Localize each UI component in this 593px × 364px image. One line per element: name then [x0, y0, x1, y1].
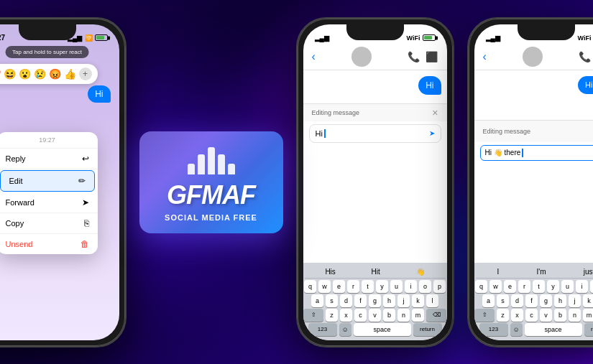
phone-call-icon-2[interactable]: 📞: [408, 51, 420, 62]
copy-label: Copy: [6, 219, 24, 228]
edit-input-2[interactable]: Hi ➤: [309, 124, 441, 143]
key-w[interactable]: w: [318, 280, 331, 293]
key-t-p3[interactable]: t: [533, 280, 545, 293]
key-g[interactable]: g: [369, 294, 381, 307]
emoji-sad[interactable]: 😢: [34, 68, 46, 80]
key-a[interactable]: a: [311, 294, 323, 307]
key-emoji-3[interactable]: ☺: [510, 323, 523, 336]
key-return-2[interactable]: return: [413, 323, 442, 336]
emoji-thumbs-up[interactable]: 👍: [64, 68, 76, 80]
key-space-2[interactable]: space: [354, 323, 411, 336]
key-shift[interactable]: ⇧: [303, 309, 323, 322]
key-j[interactable]: j: [397, 294, 410, 307]
key-b-p3[interactable]: b: [554, 309, 566, 322]
key-h-p3[interactable]: h: [554, 294, 566, 307]
emoji-angry[interactable]: 😡: [49, 68, 61, 80]
key-u[interactable]: u: [390, 280, 403, 293]
key-z[interactable]: z: [326, 309, 338, 322]
key-shift-p3[interactable]: ⇧: [474, 309, 495, 322]
key-delete[interactable]: ⌫: [426, 309, 446, 322]
key-x-p3[interactable]: x: [511, 309, 523, 322]
key-a-p3[interactable]: a: [482, 294, 495, 307]
suggestion-im[interactable]: I'm: [537, 268, 546, 276]
key-f[interactable]: f: [354, 294, 367, 307]
key-s-p3[interactable]: s: [497, 294, 509, 307]
emoji-laugh[interactable]: 😆: [4, 68, 16, 80]
close-editing-2[interactable]: ×: [432, 107, 438, 118]
key-n-p3[interactable]: n: [569, 309, 581, 322]
logo-bar-5: [228, 164, 235, 174]
key-suggestions-3: I I'm just: [476, 266, 594, 279]
key-e-p3[interactable]: e: [504, 280, 516, 293]
keyboard-row-2-p2: a s d f g h j k l: [305, 294, 446, 307]
key-c[interactable]: c: [354, 309, 367, 322]
send-edit-btn-2[interactable]: ➤: [429, 129, 435, 137]
menu-copy[interactable]: Copy ⎘: [0, 213, 98, 234]
edit-input-3[interactable]: Hi 👋 there: [480, 145, 594, 161]
menu-forward[interactable]: Forward ➤: [0, 192, 98, 213]
key-y[interactable]: y: [376, 280, 388, 293]
phone2-messages-area: Hi: [303, 70, 447, 103]
key-b[interactable]: b: [383, 309, 395, 322]
key-k-p3[interactable]: k: [583, 294, 593, 307]
key-f-p3[interactable]: f: [525, 294, 538, 307]
logo-title: GFMAF: [151, 180, 272, 210]
key-m[interactable]: m: [412, 309, 424, 322]
menu-unsend[interactable]: Unsend 🗑: [0, 234, 98, 254]
key-g-p3[interactable]: g: [540, 294, 552, 307]
key-v[interactable]: v: [369, 309, 381, 322]
key-p[interactable]: p: [433, 280, 446, 293]
status-icons-3: WiFi: [578, 34, 593, 42]
key-k[interactable]: k: [412, 294, 424, 307]
key-h[interactable]: h: [383, 294, 395, 307]
back-button-3[interactable]: ‹: [483, 50, 487, 63]
key-t[interactable]: t: [362, 280, 374, 293]
key-o[interactable]: o: [419, 280, 431, 293]
key-s[interactable]: s: [326, 294, 338, 307]
key-v-p3[interactable]: v: [540, 309, 552, 322]
back-button-2[interactable]: ‹: [312, 50, 316, 63]
key-emoji-2[interactable]: ☺: [339, 323, 351, 336]
key-y-p3[interactable]: y: [547, 280, 559, 293]
key-123-3[interactable]: 123: [479, 323, 508, 336]
wifi-icon-1: 🛜: [85, 34, 93, 42]
emoji-reaction-bar[interactable]: ❤️ 😆 😮 😢 😡 👍 +: [0, 64, 98, 84]
key-n[interactable]: n: [397, 309, 410, 322]
suggestion-i[interactable]: I: [497, 268, 500, 276]
emoji-add-button[interactable]: +: [79, 67, 92, 80]
key-r-p3[interactable]: r: [518, 280, 530, 293]
phone-call-icon-3[interactable]: 📞: [579, 51, 591, 62]
key-r[interactable]: r: [347, 280, 359, 293]
key-123-2[interactable]: 123: [308, 323, 337, 336]
suggestion-his[interactable]: His: [325, 268, 335, 276]
key-i[interactable]: i: [405, 280, 417, 293]
menu-reply[interactable]: Reply ↩: [0, 149, 98, 169]
key-return-3[interactable]: return: [584, 323, 594, 336]
key-d-p3[interactable]: d: [511, 294, 523, 307]
video-call-icon-2[interactable]: ⬛: [426, 51, 438, 62]
key-m-p3[interactable]: m: [583, 309, 593, 322]
key-j-p3[interactable]: j: [569, 294, 581, 307]
key-q-p3[interactable]: q: [475, 280, 487, 293]
key-space-3[interactable]: space: [525, 323, 582, 336]
key-d[interactable]: d: [340, 294, 352, 307]
key-l[interactable]: l: [426, 294, 438, 307]
status-time-2: ▂▄▆: [315, 34, 329, 42]
suggestion-just[interactable]: just: [584, 268, 593, 276]
key-e[interactable]: e: [333, 280, 345, 293]
suggestion-hit[interactable]: Hit: [372, 268, 380, 276]
key-x[interactable]: x: [340, 309, 352, 322]
menu-edit[interactable]: Edit ✏: [0, 170, 95, 192]
phone3-nav: ‹ 📞 ⬛: [474, 45, 594, 70]
key-z-p3[interactable]: z: [497, 309, 509, 322]
suggestion-wave[interactable]: 👋: [416, 268, 425, 276]
key-c-p3[interactable]: c: [525, 309, 538, 322]
key-q[interactable]: q: [304, 280, 316, 293]
key-u-p3[interactable]: u: [561, 280, 574, 293]
emoji-wow[interactable]: 😮: [19, 68, 31, 80]
key-o-p3[interactable]: o: [590, 280, 593, 293]
key-i-p3[interactable]: i: [576, 280, 588, 293]
key-w-p3[interactable]: w: [489, 280, 502, 293]
notch-3: [518, 24, 575, 40]
emoji-heart[interactable]: ❤️: [0, 68, 1, 80]
